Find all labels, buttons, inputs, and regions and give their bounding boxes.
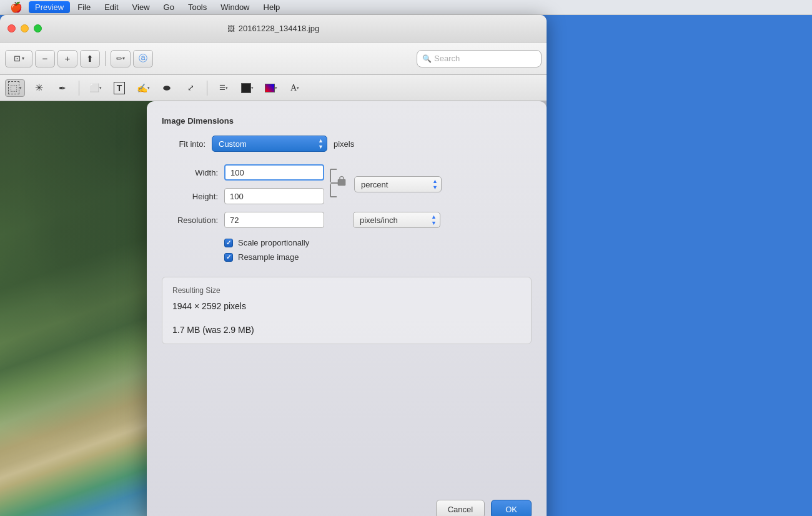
cancel-button[interactable]: Cancel [436, 500, 485, 516]
fill-color-button[interactable]: ▾ [261, 79, 281, 97]
search-bar[interactable]: 🔍 Search [417, 50, 542, 67]
line-style-icon: ☰ [219, 84, 225, 92]
resolution-unit-select[interactable]: pixels/inch pixels/cm [353, 212, 440, 228]
zoom-in-icon: + [65, 53, 71, 64]
dialog-title: Image Dimensions [162, 116, 532, 126]
height-label: Height: [162, 192, 218, 201]
resample-image-label: Resample image [238, 252, 299, 262]
menu-item-preview[interactable]: Preview [29, 1, 70, 13]
crop-button[interactable]: ⤢ [181, 79, 201, 97]
content-area: Image Dimensions Fit into: Custom ▲ ▼ [0, 101, 547, 516]
menu-item-help[interactable]: Help [257, 1, 287, 13]
resulting-size-file: 1.7 MB (was 2.9 MB) [172, 325, 521, 335]
line-style-button[interactable]: ☰ ▾ [214, 79, 234, 97]
ann-separator-2 [207, 81, 207, 96]
fill-color-chevron: ▾ [275, 86, 277, 91]
selection-tool-button[interactable]: ⬚ ▾ [5, 79, 25, 97]
apple-menu-icon[interactable]: 🍎 [5, 1, 27, 13]
markup-button[interactable]: ✏ ▾ [111, 50, 131, 67]
height-input[interactable] [224, 188, 324, 204]
resample-image-checkbox[interactable] [224, 253, 233, 262]
fit-into-select[interactable]: Custom [212, 136, 327, 152]
lock-bracket-area [328, 164, 347, 202]
label-field-column: Width: Height: [162, 164, 324, 204]
annotate-icon: ⓐ [139, 53, 147, 64]
resolution-input[interactable] [224, 212, 324, 228]
menu-item-window[interactable]: Window [214, 1, 255, 13]
font-button[interactable]: A ▾ [285, 79, 305, 97]
sidebar-toggle-button[interactable]: ⊡ ▾ [5, 50, 32, 67]
crop-icon: ⤢ [187, 83, 194, 92]
preview-window: 🖼 20161228_134418.jpg ⊡ ▾ − + ⬆ ✏ ▾ [0, 15, 547, 515]
close-button[interactable] [7, 24, 16, 32]
zoom-in-button[interactable]: + [57, 50, 77, 67]
shape-chevron: ▾ [99, 86, 102, 91]
resulting-size-title: Resulting Size [172, 286, 521, 295]
border-color-button[interactable]: ▾ [237, 79, 257, 97]
annotation-toolbar: ⬚ ▾ ✳ ✒ ⬜ ▾ T ✍ ▾ ⬬ [0, 75, 547, 101]
ok-button[interactable]: OK [491, 500, 532, 516]
selection-icon: ⬚ [8, 81, 19, 94]
text-icon: T [114, 82, 126, 94]
file-icon: 🖼 [227, 24, 235, 33]
width-row: Width: [162, 164, 324, 181]
chevron-down-icon: ▾ [22, 56, 24, 61]
shape-button[interactable]: ⬜ ▾ [86, 79, 106, 97]
share-icon: ⬆ [86, 54, 94, 64]
menu-item-go[interactable]: Go [157, 1, 181, 13]
dialog-buttons: Cancel OK [162, 500, 532, 516]
sketch-button[interactable]: ✒ [52, 79, 72, 97]
line-style-chevron: ▾ [225, 86, 228, 91]
checkbox-section: Scale proportionally Resample image [224, 238, 532, 267]
text-button[interactable]: T [109, 79, 129, 97]
width-label: Width: [162, 168, 218, 177]
image-dimensions-dialog: Image Dimensions Fit into: Custom ▲ ▼ [147, 101, 547, 516]
menu-item-tools[interactable]: Tools [182, 1, 213, 13]
resolution-unit-area: pixels/inch pixels/cm ▲ ▼ [353, 212, 440, 228]
unit-select[interactable]: percent pixels [354, 176, 442, 192]
minimize-button[interactable] [21, 24, 29, 32]
magic-wand-icon: ✳ [35, 82, 43, 94]
window-title: 20161228_134418.jpg [239, 24, 319, 33]
traffic-lights [7, 24, 42, 32]
modal-overlay: Image Dimensions Fit into: Custom ▲ ▼ [0, 101, 547, 516]
signature-button[interactable]: ✍ ▾ [133, 79, 153, 97]
menubar: 🍎 Preview File Edit View Go Tools Window… [0, 0, 812, 15]
maximize-button[interactable] [34, 24, 42, 32]
resulting-size-dimensions: 1944 × 2592 pixels [172, 301, 521, 311]
shape-icon: ⬜ [89, 83, 99, 92]
adjust-button[interactable]: ⬬ [157, 79, 177, 97]
title-bar: 🖼 20161228_134418.jpg [0, 15, 547, 42]
border-color-icon [241, 83, 251, 93]
border-color-chevron: ▾ [251, 86, 254, 91]
scale-proportionally-label: Scale proportionally [238, 238, 309, 247]
annotate-button[interactable]: ⓐ [133, 50, 153, 67]
search-icon: 🔍 [422, 54, 432, 63]
lock-bracket-svg [328, 164, 347, 202]
menu-item-view[interactable]: View [126, 1, 156, 13]
menu-item-edit[interactable]: Edit [98, 1, 124, 13]
menu-item-file[interactable]: File [71, 1, 97, 13]
fit-into-label: Fit into: [162, 139, 205, 149]
scale-proportionally-checkbox[interactable] [224, 239, 233, 247]
fit-into-row: Fit into: Custom ▲ ▼ pixels [162, 136, 532, 152]
window-chrome: 🖼 20161228_134418.jpg ⊡ ▾ − + ⬆ ✏ ▾ [0, 15, 547, 516]
fill-color-icon [265, 84, 275, 92]
ann-separator-1 [79, 81, 79, 96]
window-title-area: 🖼 20161228_134418.jpg [227, 24, 319, 33]
dimension-fields-group: Width: Height: [162, 164, 532, 204]
resolution-row: Resolution: pixels/inch pixels/cm ▲ [162, 212, 532, 228]
sketch-icon: ✒ [59, 83, 66, 93]
signature-chevron: ▾ [147, 86, 150, 91]
zoom-out-button[interactable]: − [35, 50, 55, 67]
font-chevron: ▾ [297, 86, 299, 91]
unit-select-container: percent pixels ▲ ▼ [354, 176, 442, 192]
unit-select-area: percent pixels ▲ ▼ [354, 176, 442, 192]
resolution-label: Resolution: [162, 216, 218, 225]
markup-chevron: ▾ [122, 56, 125, 61]
magic-wand-button[interactable]: ✳ [29, 79, 49, 97]
width-input[interactable] [224, 164, 324, 181]
share-button[interactable]: ⬆ [80, 50, 100, 67]
scale-proportionally-row: Scale proportionally [224, 238, 532, 247]
selection-chevron: ▾ [19, 86, 22, 91]
